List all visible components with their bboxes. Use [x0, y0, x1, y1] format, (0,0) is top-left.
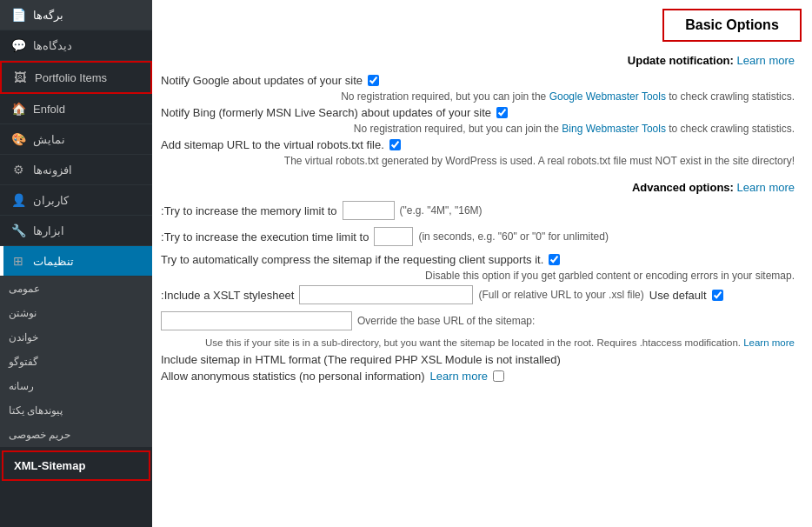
update-notification-section: Update notification: Learn more Notify G… [161, 54, 795, 167]
execution-time-row: (in seconds, e.g. "60" or "0" for unlimi… [161, 227, 795, 246]
sidebar-subitem-عمومی[interactable]: عمومی [0, 277, 152, 301]
portfolio-icon: 🖼 [12, 70, 28, 85]
advanced-options-section: Advanced options: Learn more (e.g. "4M",… [161, 181, 795, 383]
notify-google-desc: .No registration required, but you can j… [161, 90, 795, 103]
compress-row: .Try to automatically compress the sitem… [161, 253, 795, 266]
sidebar-item-label: Enfold [33, 103, 65, 116]
sidebar-item-label: نمایش [33, 133, 65, 146]
sidebar-subitem-حریم-خصوصی[interactable]: حریم خصوصی [0, 423, 152, 447]
anonymous-stats-row: Learn more Allow anonymous statistics (n… [161, 370, 795, 383]
sidebar-subitem-رسانه[interactable]: رسانه [0, 374, 152, 398]
compress-checkbox[interactable] [549, 254, 560, 265]
notify-bing-row: Notify Bing (formerly MSN Live Search) a… [161, 106, 795, 119]
sidebar-item-label: تنظیمات [33, 255, 74, 268]
anonymous-label: Allow anonymous statistics (no personal … [161, 370, 424, 383]
notify-google-label: Notify Google about updates of your site [161, 74, 363, 87]
notify-bing-checkbox[interactable] [496, 107, 508, 118]
base-url-learn-more-link[interactable]: Learn more [743, 337, 795, 348]
sidebar-item-enfold[interactable]: Enfold 🏠 [0, 94, 152, 124]
sidebar-item-label: دیدگاه‌ها [33, 39, 72, 52]
comments-icon: 💬 [10, 37, 26, 53]
notify-google-row: Notify Google about updates of your site [161, 74, 795, 87]
sidebar: برگه‌ها 📄 دیدگاه‌ها 💬 Portfolio Items 🖼 … [0, 0, 152, 527]
notify-bing-label: Notify Bing (formerly MSN Live Search) a… [161, 106, 491, 119]
sidebar-item-دیدگاه‌ها[interactable]: دیدگاه‌ها 💬 [0, 30, 152, 61]
base-url-hint: :Override the base URL of the sitemap [357, 315, 535, 327]
sidebar-item-برگه‌ها[interactable]: برگه‌ها 📄 [0, 0, 152, 30]
base-url-input[interactable] [161, 311, 352, 330]
basic-options-header: Basic Options [662, 9, 802, 42]
sidebar-item-افزونه‌ها[interactable]: افزونه‌ها ⚙ [0, 155, 152, 185]
base-url-desc: Use this if your site is in a sub-direct… [161, 337, 795, 348]
xslt-use-default-label: Use default [649, 289, 707, 302]
notify-bing-desc: .No registration required, but you can j… [161, 123, 795, 135]
xslt-label: Include a XSLT stylesheet: [161, 289, 294, 302]
anonymous-stats-checkbox[interactable] [493, 370, 504, 382]
robots-checkbox[interactable] [389, 139, 401, 150]
memory-limit-row: (e.g. "4M", "16M") Try to increase the m… [161, 201, 795, 220]
advanced-learn-more-link[interactable]: Learn more [737, 181, 795, 194]
google-webmaster-tools-link[interactable]: Google Webmaster Tools [549, 90, 666, 103]
tools-icon: 🔧 [10, 223, 26, 238]
robots-desc: !The virtual robots.txt generated by Wor… [161, 155, 795, 167]
memory-label: Try to increase the memory limit to: [161, 204, 337, 217]
sidebar-item-کاربران[interactable]: کاربران 👤 [0, 185, 152, 216]
page-icon: 📄 [10, 7, 26, 23]
execution-label: Try to increase the execution time limit… [161, 230, 369, 243]
execution-time-input[interactable] [374, 227, 413, 246]
robots-row: .Add sitemap URL to the virtual robots.t… [161, 138, 795, 151]
users-icon: 👤 [10, 192, 26, 208]
update-notification-header: Update notification: Learn more [161, 54, 795, 67]
base-url-row: :Override the base URL of the sitemap [161, 311, 795, 330]
sidebar-item-label: کاربران [33, 194, 69, 207]
xslt-hint: (Full or relative URL to your .xsl file) [478, 289, 643, 301]
xslt-use-default-checkbox[interactable] [712, 290, 723, 301]
settings-icon: ⊞ [10, 253, 26, 269]
compress-label: .Try to automatically compress the sitem… [161, 253, 543, 266]
sidebar-item-نمایش[interactable]: نمایش 🎨 [0, 124, 152, 155]
sidebar-item-portfolio-items[interactable]: Portfolio Items 🖼 [0, 61, 152, 94]
notify-google-checkbox[interactable] [368, 75, 379, 86]
sidebar-item-xml-sitemap[interactable]: XML-Sitemap [2, 450, 150, 481]
bing-webmaster-tools-link[interactable]: Bing Webmaster Tools [562, 123, 666, 135]
execution-hint: (in seconds, e.g. "60" or "0" for unlimi… [418, 230, 608, 243]
memory-limit-input[interactable] [343, 201, 395, 220]
home-icon: 🏠 [10, 101, 26, 117]
sidebar-item-تنظیمات[interactable]: تنظیمات ⊞ [0, 246, 152, 277]
appearance-icon: 🎨 [10, 131, 26, 147]
xslt-input[interactable] [299, 285, 473, 304]
html-format-row: Include sitemap in HTML format (The requ… [161, 353, 795, 366]
anonymous-learn-more-link[interactable]: Learn more [429, 370, 487, 383]
compress-desc: .Disable this option if you get garbled … [161, 270, 795, 282]
sidebar-subitem-پیوندهای-یکتا[interactable]: پیوندهای یکتا [0, 398, 152, 423]
sidebar-subitem-نوشتن[interactable]: نوشتن [0, 301, 152, 325]
update-learn-more-link[interactable]: Learn more [737, 54, 795, 67]
main-content: Basic Options Update notification: Learn… [152, 0, 812, 527]
plugins-icon: ⚙ [10, 162, 26, 177]
xslt-row: Use default (Full or relative URL to you… [161, 285, 795, 304]
robots-label: .Add sitemap URL to the virtual robots.t… [161, 138, 384, 151]
sidebar-item-label: برگه‌ها [33, 9, 63, 22]
sidebar-item-label: افزونه‌ها [33, 163, 72, 177]
sidebar-subitem-خواندن[interactable]: خواندن [0, 325, 152, 350]
xml-sitemap-label: XML-Sitemap [14, 459, 85, 472]
sidebar-subitem-گفتوگو[interactable]: گفتوگو [0, 350, 152, 374]
sidebar-item-label: ابزارها [33, 224, 64, 237]
html-format-label: Include sitemap in HTML format (The requ… [161, 353, 561, 366]
sidebar-item-label: Portfolio Items [35, 71, 107, 84]
advanced-options-header: Advanced options: Learn more [161, 181, 795, 194]
content-area: Update notification: Learn more Notify G… [152, 45, 812, 527]
sidebar-item-ابزارها[interactable]: ابزارها 🔧 [0, 216, 152, 246]
memory-hint: (e.g. "4M", "16M") [400, 204, 483, 217]
